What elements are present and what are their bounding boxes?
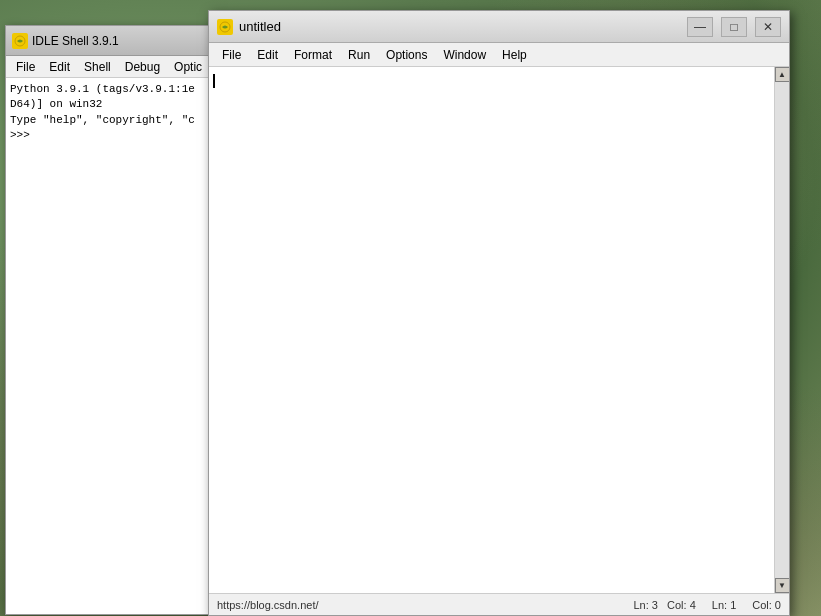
shell-menubar: File Edit Shell Debug Optic — [6, 56, 214, 78]
shell-line-3: Type "help", "copyright", "c — [10, 113, 210, 128]
shell-menu-edit[interactable]: Edit — [43, 58, 76, 76]
shell-line-2: D64)] on win32 — [10, 97, 210, 112]
editor-content[interactable]: ▲ ▼ — [209, 67, 789, 593]
editor-titlebar: untitled — □ ✕ — [209, 11, 789, 43]
editor-window: untitled — □ ✕ File Edit Format Run Opti… — [208, 10, 790, 616]
editor-menu-format[interactable]: Format — [287, 46, 339, 64]
editor-title: untitled — [239, 19, 679, 34]
editor-cursor — [213, 74, 215, 88]
status-ln-col-left: Ln: 3 Col: 4 — [633, 599, 695, 611]
editor-menu-file[interactable]: File — [215, 46, 248, 64]
scrollbar-down-arrow[interactable]: ▼ — [775, 578, 790, 593]
maximize-button[interactable]: □ — [721, 17, 747, 37]
editor-statusbar: https://blog.csdn.net/ Ln: 3 Col: 4 Ln: … — [209, 593, 789, 615]
scrollbar-up-arrow[interactable]: ▲ — [775, 67, 790, 82]
shell-menu-file[interactable]: File — [10, 58, 41, 76]
editor-menubar: File Edit Format Run Options Window Help — [209, 43, 789, 67]
editor-menu-edit[interactable]: Edit — [250, 46, 285, 64]
shell-prompt: >>> — [10, 128, 210, 143]
editor-menu-run[interactable]: Run — [341, 46, 377, 64]
scrollbar-track[interactable] — [775, 82, 789, 578]
status-url: https://blog.csdn.net/ — [217, 599, 617, 611]
status-ln: Ln: 1 — [712, 599, 736, 611]
editor-menu-help[interactable]: Help — [495, 46, 534, 64]
shell-window: IDLE Shell 3.9.1 File Edit Shell Debug O… — [5, 25, 215, 615]
shell-menu-options[interactable]: Optic — [168, 58, 208, 76]
shell-content: Python 3.9.1 (tags/v3.9.1:1e D64)] on wi… — [6, 78, 214, 614]
editor-menu-options[interactable]: Options — [379, 46, 434, 64]
shell-icon — [12, 33, 28, 49]
editor-menu-window[interactable]: Window — [436, 46, 493, 64]
shell-line-1: Python 3.9.1 (tags/v3.9.1:1e — [10, 82, 210, 97]
status-col: Col: 0 — [752, 599, 781, 611]
close-button[interactable]: ✕ — [755, 17, 781, 37]
editor-scrollbar[interactable]: ▲ ▼ — [774, 67, 789, 593]
editor-icon — [217, 19, 233, 35]
shell-menu-shell[interactable]: Shell — [78, 58, 117, 76]
minimize-button[interactable]: — — [687, 17, 713, 37]
shell-title: IDLE Shell 3.9.1 — [32, 34, 119, 48]
shell-titlebar: IDLE Shell 3.9.1 — [6, 26, 214, 56]
shell-menu-debug[interactable]: Debug — [119, 58, 166, 76]
